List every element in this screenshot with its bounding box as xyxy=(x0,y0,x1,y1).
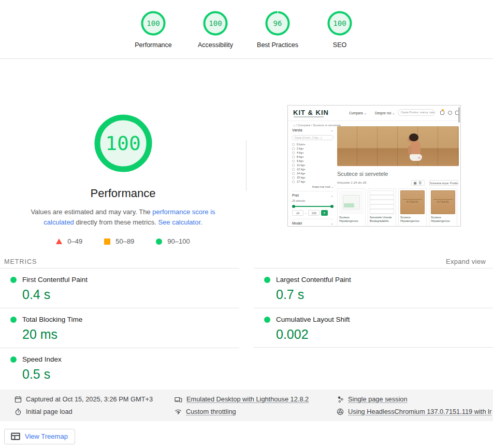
shot-price-max: 233 xyxy=(308,210,320,216)
shot-checkbox-option: 12 kg+ xyxy=(292,167,334,171)
shot-product-image xyxy=(400,190,425,214)
shot-checkbox-option: 14 kg+ xyxy=(292,171,334,175)
shot-checkbox-option: 17 kg+ xyxy=(292,180,334,184)
legend-pass: 90–100 xyxy=(156,237,190,245)
legend-range: 50–89 xyxy=(115,237,134,245)
gauge-score: 100 xyxy=(141,11,166,36)
shot-checkbox-option: 15 kg+ xyxy=(292,175,334,180)
shot-logo-tagline xyxy=(294,116,324,117)
gauge-ring: 100 xyxy=(141,11,166,36)
legend-average: 50–89 xyxy=(104,237,134,245)
shot-checkbox xyxy=(292,143,295,146)
shot-facet-age: Varsta⌄ xyxy=(292,128,334,132)
category-gauge[interactable]: 100 SEO xyxy=(309,11,371,49)
shot-facet-search: Cauta (0 luni+, 2 kg+...) xyxy=(292,135,334,140)
shot-article-count: 25 articole xyxy=(292,199,334,202)
metric-row: Cumulative Layout Shift 0.002 xyxy=(254,308,493,348)
metrics-heading: METRICS xyxy=(4,258,37,265)
shot-product-card: Scutece Hipoalergenice Eco Kit&Kin Maxim… xyxy=(429,188,457,227)
shot-checkbox xyxy=(292,147,295,150)
summary-divider xyxy=(246,140,247,191)
shot-account-icon xyxy=(448,111,452,115)
description-text: Values are estimated and may vary. The xyxy=(31,208,152,216)
shot-price-min: 14 xyxy=(292,210,303,216)
emulated-device[interactable]: Emulated Desktop with Lighthouse 12.8.2 xyxy=(175,395,337,403)
performance-score: 100 xyxy=(94,114,152,172)
shot-product-name: Scutece Hipoalergenice Eco Kit&Kin Maxim… xyxy=(400,216,425,223)
shot-price-range: 14 – 233 ▸ xyxy=(292,210,334,216)
calendar-icon xyxy=(15,396,22,403)
performance-gauge[interactable]: 100 xyxy=(94,114,152,172)
shot-checkbox xyxy=(292,156,295,158)
gauge-label: Performance xyxy=(135,41,172,49)
shot-checkbox-option: 4 kg+ xyxy=(292,151,334,155)
metric-value: 0.5 s xyxy=(22,367,239,382)
expand-view-button[interactable]: Expand view xyxy=(446,258,486,265)
legend-range: 0–49 xyxy=(67,237,82,245)
metric-row: Total Blocking Time 20 ms xyxy=(0,308,239,348)
metric-row: Largest Contentful Paint 0.7 s xyxy=(254,268,493,308)
shot-site-header: KIT & KIN Cumpara ⌄ Despre noi ⌄ Cauta P… xyxy=(288,106,460,121)
shot-product-card: Scutece Hipoalergenice Eco Kit&Kin, Mari… xyxy=(337,188,366,227)
shot-product-card: Servetele Umede Biodegradabile Kit&Kin xyxy=(368,188,396,227)
metric-name: Speed Index xyxy=(22,355,62,363)
average-square-icon xyxy=(104,238,110,245)
shot-checkbox-option: 9 kg+ xyxy=(292,159,334,163)
shot-category-title: Scutece si servetele xyxy=(337,171,388,177)
throttling-icon xyxy=(175,408,182,415)
gauge-ring: 96 xyxy=(265,11,290,36)
shot-scrollbar xyxy=(458,107,460,123)
session-icon xyxy=(337,396,344,403)
legend-fail: 0–49 xyxy=(56,237,82,245)
metric-name: Cumulative Layout Shift xyxy=(276,316,350,323)
metric-pass-dot-icon xyxy=(10,317,17,323)
capture-time: Captured at Oct 15, 2025, 3:26 PM GMT+3 xyxy=(15,395,175,403)
final-screenshot-thumbnail[interactable]: KIT & KIN Cumpara ⌄ Despre noi ⌄ Cauta P… xyxy=(287,105,461,227)
chromium-icon xyxy=(337,408,344,415)
shot-breadcrumb: ⌂ / Cumpara / Scutece si servetele xyxy=(293,124,341,127)
devices-icon xyxy=(175,396,182,403)
category-gauge[interactable]: 100 Performance xyxy=(122,11,184,49)
shot-product-card: Scutece Hipoalergenice Eco Kit&Kin Maxim… xyxy=(398,188,427,227)
performance-summary: 100 Performance Values are estimated and… xyxy=(0,59,493,253)
shot-checkbox xyxy=(292,168,295,171)
metric-row: Speed Index 0.5 s xyxy=(0,348,239,387)
metric-pass-dot-icon xyxy=(264,277,270,283)
shot-divider xyxy=(292,219,334,219)
metric-value: 0.002 xyxy=(276,327,493,342)
fail-triangle-icon xyxy=(56,238,62,244)
gauge-label: Accessibility xyxy=(198,41,233,49)
shot-product-name: Scutece Hipoalergenice Eco Kit&Kin Maxim… xyxy=(431,216,455,223)
shot-product-name: Scutece Hipoalergenice Eco Kit&Kin, Mari… xyxy=(339,216,364,223)
view-treemap-button[interactable]: View Treemap xyxy=(4,429,75,444)
score-legend: 0–49 50–89 90–100 xyxy=(0,237,246,245)
metric-row: First Contentful Paint 0.4 s xyxy=(0,268,239,308)
metric-name: Total Blocking Time xyxy=(22,316,82,323)
shot-view-toggle-icons: ▦ ☰ xyxy=(411,180,425,186)
category-gauge[interactable]: 100 Accessibility xyxy=(184,11,247,49)
shot-price-slider xyxy=(292,205,334,208)
shot-filter-sidebar: Varsta⌄ Cauta (0 luni+, 2 kg+...) 0 luni… xyxy=(292,128,334,226)
shot-facet-price: Pret⌄ xyxy=(292,193,334,198)
shot-sort-direction-icon: ↓ xyxy=(455,181,457,185)
shot-product-image xyxy=(370,190,394,214)
metric-name: Largest Contentful Paint xyxy=(276,276,351,283)
gauge-label: Best Practices xyxy=(257,41,298,49)
shot-checkbox xyxy=(292,160,295,162)
metric-value: 0.7 s xyxy=(276,287,493,302)
throttling-setting[interactable]: Custom throttling xyxy=(175,408,337,415)
metrics-section: METRICS Expand view First Contentful Pai… xyxy=(0,253,493,387)
shot-hero-image xyxy=(337,126,459,166)
session-type[interactable]: Single page session xyxy=(337,395,493,403)
shot-baby-photo xyxy=(406,133,427,165)
see-calculator-link[interactable]: See calculator xyxy=(158,218,200,226)
metric-value: 0.4 s xyxy=(22,287,239,302)
shot-checkbox xyxy=(292,152,295,154)
treemap-icon xyxy=(11,432,20,440)
category-gauge[interactable]: 96 Best Practices xyxy=(247,11,309,49)
metric-name: First Contentful Paint xyxy=(22,276,88,283)
shot-gift-icon xyxy=(440,111,444,115)
performance-title: Performance xyxy=(0,187,246,200)
shot-price-apply: ▸ xyxy=(321,210,328,216)
browser-version[interactable]: Using HeadlessChromium 137.0.7151.119 wi… xyxy=(337,408,493,415)
